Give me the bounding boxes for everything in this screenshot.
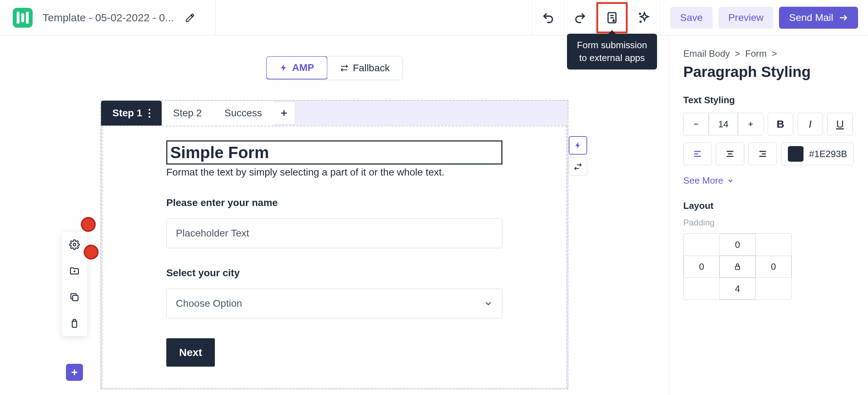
properties-panel: Email Body > Form > Paragraph Styling Te… [669, 35, 868, 395]
font-size-value[interactable]: 14 [709, 113, 738, 135]
chevron-down-icon [727, 177, 734, 184]
svg-rect-9 [73, 295, 78, 301]
font-size-stepper[interactable]: 14 [683, 113, 763, 135]
tab-success[interactable]: Success [213, 101, 273, 126]
top-left: Template - 05-02-2022 - 0... [0, 0, 216, 35]
top-buttons: Save Preview Send Mail [660, 0, 868, 35]
padding-bottom[interactable]: 4 [719, 278, 755, 300]
city-select[interactable]: Choose Option [166, 289, 502, 318]
preview-button[interactable]: Preview [718, 7, 774, 29]
breadcrumb: Email Body > Form > [683, 48, 854, 59]
form-container[interactable]: Step 1 Step 2 Success Simple Form Format… [100, 100, 568, 389]
send-mail-button[interactable]: Send Mail [779, 7, 858, 29]
text-color-control[interactable]: #1E293B [781, 143, 854, 165]
view-toggle: AMP Fallback [266, 56, 403, 80]
bold-button[interactable]: B [768, 113, 793, 135]
bolt-action[interactable] [569, 136, 587, 155]
crumb-email-body[interactable]: Email Body [683, 48, 730, 59]
swap-action[interactable] [569, 157, 587, 176]
top-icons: Form submission to external apps [532, 0, 660, 35]
delete-tool[interactable] [65, 315, 84, 332]
magic-button[interactable] [628, 0, 660, 35]
edit-title-icon[interactable] [185, 13, 195, 23]
topbar: Template - 05-02-2022 - 0... Form submis… [0, 0, 868, 35]
svg-rect-24 [735, 266, 740, 269]
padding-right[interactable]: 0 [756, 256, 791, 278]
padding-top[interactable]: 0 [719, 234, 755, 256]
tab-step1[interactable]: Step 1 [101, 101, 162, 126]
tab-step2[interactable]: Step 2 [162, 101, 213, 126]
padding-label: Padding [683, 218, 854, 228]
settings-tool[interactable] [65, 236, 84, 253]
color-value: #1E293B [809, 149, 847, 160]
next-button[interactable]: Next [166, 338, 215, 367]
amp-toggle[interactable]: AMP [266, 56, 328, 79]
canvas-area: AMP Fallback Step 1 Step 2 Success [0, 35, 669, 395]
logo [13, 8, 33, 28]
name-input[interactable]: Placeholder Text [166, 218, 502, 248]
decrease-font-button[interactable] [683, 113, 709, 135]
city-label: Select your city [166, 267, 502, 279]
indicator-dot [84, 245, 99, 260]
undo-button[interactable] [532, 0, 564, 35]
text-styling-label: Text Styling [683, 95, 854, 106]
padding-control[interactable]: 0 0 0 4 [683, 233, 792, 300]
underline-button[interactable]: U [827, 113, 853, 135]
layout-label: Layout [683, 200, 854, 211]
form-title-box[interactable]: Simple Form [166, 140, 502, 165]
name-label: Please enter your name [166, 197, 502, 208]
folder-tool[interactable] [65, 262, 84, 279]
padding-lock[interactable] [719, 256, 755, 278]
chevron-down-icon [484, 299, 493, 308]
padding-left[interactable]: 0 [684, 256, 719, 278]
form-description[interactable]: Format the text by simply selecting a pa… [166, 167, 502, 178]
form-tabs: Step 1 Step 2 Success [101, 101, 568, 126]
add-tab-button[interactable] [273, 102, 295, 124]
save-button[interactable]: Save [670, 7, 713, 29]
svg-point-6 [73, 243, 76, 246]
increase-font-button[interactable] [738, 113, 763, 135]
element-tools [62, 232, 87, 336]
crumb-form[interactable]: Form [745, 48, 767, 59]
align-center-button[interactable] [716, 143, 744, 165]
add-block-button[interactable] [66, 364, 83, 381]
template-title: Template - 05-02-2022 - 0... [43, 12, 174, 24]
see-more-link[interactable]: See More [683, 175, 854, 186]
form-title: Simple Form [170, 143, 499, 162]
italic-button[interactable]: I [797, 113, 823, 135]
redo-button[interactable] [564, 0, 596, 35]
copy-tool[interactable] [65, 289, 84, 306]
indicator-dot [81, 217, 96, 232]
tab-menu-icon[interactable] [149, 109, 150, 118]
fallback-toggle[interactable]: Fallback [327, 56, 402, 80]
form-content: Simple Form Format the text by simply se… [102, 126, 567, 388]
form-submission-button[interactable]: Form submission to external apps [596, 0, 628, 35]
align-left-button[interactable] [683, 143, 712, 165]
color-swatch [788, 146, 803, 162]
align-right-button[interactable] [749, 143, 777, 165]
panel-title: Paragraph Styling [683, 63, 854, 80]
